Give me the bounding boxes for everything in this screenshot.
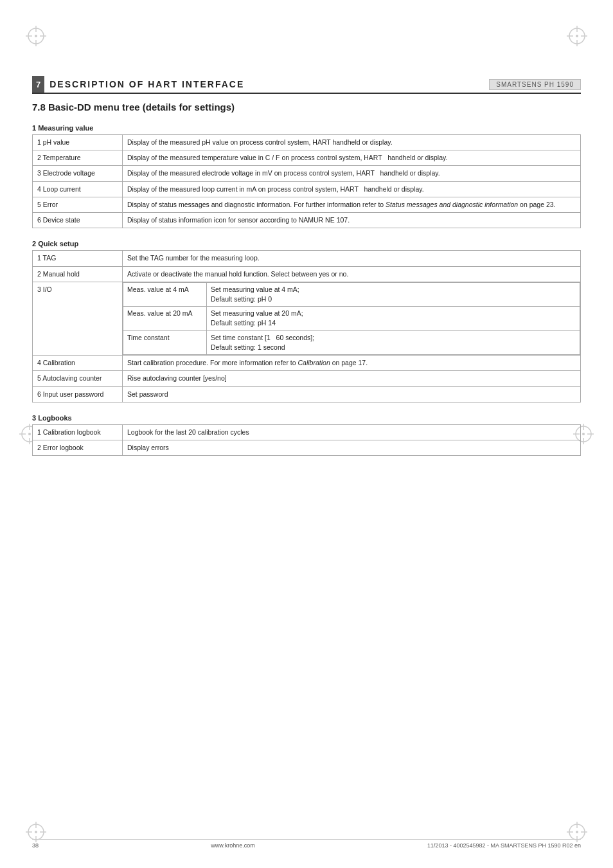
nested-cell-description: Set measuring value at 20 mA;Default set…	[207, 307, 580, 330]
table-group-title-2: 2 Quick setup	[32, 240, 581, 248]
nested-table-io: Meas. value at 4 mA Set measuring value …	[123, 282, 580, 355]
table-row: 2 Temperature Display of the measured te…	[33, 150, 581, 166]
svg-point-19	[576, 831, 578, 833]
cell-label: 2 Manual hold	[33, 266, 123, 282]
table-row: Time constant Set time constant [1 60 se…	[123, 330, 580, 354]
table-row: 4 Calibration Start calibration procedur…	[33, 356, 581, 371]
table-row: 1 pH value Display of the measured pH va…	[33, 135, 581, 150]
svg-point-1	[35, 35, 37, 37]
nested-cell-description: Set time constant [1 60 seconds];Default…	[207, 330, 580, 354]
nested-cell-label: Meas. value at 4 mA	[123, 282, 207, 306]
cell-description: Logbook for the last 20 calibration cycl…	[123, 424, 581, 440]
table-group-title-1: 1 Measuring value	[32, 124, 581, 132]
cell-description: Rise autoclaving counter [yes/no]	[123, 371, 581, 386]
section-heading: 7.8 Basic-DD menu tree (details for sett…	[32, 102, 581, 113]
table-row: 1 TAG Set the TAG number for the measuri…	[33, 251, 581, 266]
table-row: 3 Electrode voltage Display of the measu…	[33, 166, 581, 181]
table-row: 2 Manual hold Activate or deactivate the…	[33, 266, 581, 282]
table-row: Meas. value at 20 mA Set measuring value…	[123, 307, 580, 330]
table-row: 2 Error logbook Display errors	[33, 440, 581, 455]
table-group-measuring-value: 1 Measuring value 1 pH value Display of …	[32, 124, 581, 228]
cell-description: Display errors	[123, 440, 581, 455]
cell-description: Set password	[123, 386, 581, 402]
table-logbooks: 1 Calibration logbook Logbook for the la…	[32, 424, 581, 456]
page-footer: 38 www.krohne.com 11/2013 - 4002545982 -…	[32, 839, 581, 849]
cell-description: Activate or deactivate the manual hold f…	[123, 266, 581, 282]
reg-mark-tr	[567, 26, 587, 46]
table-group-logbooks: 3 Logbooks 1 Calibration logbook Logbook…	[32, 414, 581, 456]
cell-label: 5 Autoclaving counter	[33, 371, 123, 386]
doc-id: 11/2013 - 4002545982 - MA SMARTSENS PH 1…	[427, 842, 581, 849]
cell-label: 1 Calibration logbook	[33, 424, 123, 440]
svg-point-25	[28, 433, 31, 435]
table-row: 6 Input user password Set password	[33, 386, 581, 402]
nested-cell-label: Time constant	[123, 330, 207, 354]
table-row: 5 Autoclaving counter Rise autoclaving c…	[33, 371, 581, 386]
svg-point-7	[576, 35, 578, 37]
table-row: 5 Error Display of status messages and d…	[33, 197, 581, 212]
reg-mark-tl	[26, 26, 46, 46]
cell-label: 5 Error	[33, 197, 123, 212]
cell-description: Display of the measured pH value on proc…	[123, 135, 581, 150]
nested-cell-description: Set measuring value at 4 mA;Default sett…	[207, 282, 580, 306]
table-row: 6 Device state Display of status informa…	[33, 213, 581, 228]
cell-label: 6 Input user password	[33, 386, 123, 402]
cell-label: 4 Calibration	[33, 356, 123, 371]
cell-label: 4 Loop current	[33, 181, 123, 197]
table-row-io: 3 I/O Meas. value at 4 mA Set measuring …	[33, 282, 581, 355]
header-title: DESCRIPTION OF HART INTERFACE	[49, 79, 489, 89]
cell-nested: Meas. value at 4 mA Set measuring value …	[123, 282, 581, 355]
svg-point-31	[582, 433, 585, 435]
cell-description: Set the TAG number for the measuring loo…	[123, 251, 581, 266]
header-bar: 7 DESCRIPTION OF HART INTERFACE SMARTSEN…	[32, 76, 581, 94]
table-measuring-value: 1 pH value Display of the measured pH va…	[32, 134, 581, 228]
cell-label: 1 TAG	[33, 251, 123, 266]
cell-label: 3 I/O	[33, 282, 123, 355]
cell-description: Display of the measured loop current in …	[123, 181, 581, 197]
table-row: 1 Calibration logbook Logbook for the la…	[33, 424, 581, 440]
table-row: Meas. value at 4 mA Set measuring value …	[123, 282, 580, 306]
cell-label: 3 Electrode voltage	[33, 166, 123, 181]
cell-label: 1 pH value	[33, 135, 123, 150]
header-product: SMARTSENS PH 1590	[489, 79, 581, 90]
website: www.krohne.com	[211, 842, 255, 849]
nested-cell-label: Meas. value at 20 mA	[123, 307, 207, 330]
cell-description: Display of status messages and diagnosti…	[123, 197, 581, 212]
section-number: 7	[32, 76, 44, 93]
cell-description: Display of the measured electrode voltag…	[123, 166, 581, 181]
table-group-title-3: 3 Logbooks	[32, 414, 581, 422]
main-content: 7.8 Basic-DD menu tree (details for sett…	[32, 102, 581, 467]
cell-label: 6 Device state	[33, 213, 123, 228]
page-number: 38	[32, 842, 39, 849]
svg-point-13	[35, 831, 37, 833]
cell-description: Display of status information icon for s…	[123, 213, 581, 228]
table-row: 4 Loop current Display of the measured l…	[33, 181, 581, 197]
cell-description: Start calibration procedure. For more in…	[123, 356, 581, 371]
table-quick-setup: 1 TAG Set the TAG number for the measuri…	[32, 250, 581, 402]
table-group-quick-setup: 2 Quick setup 1 TAG Set the TAG number f…	[32, 240, 581, 402]
cell-label: 2 Temperature	[33, 150, 123, 166]
cell-label: 2 Error logbook	[33, 440, 123, 455]
cell-description: Display of the measured temperature valu…	[123, 150, 581, 166]
